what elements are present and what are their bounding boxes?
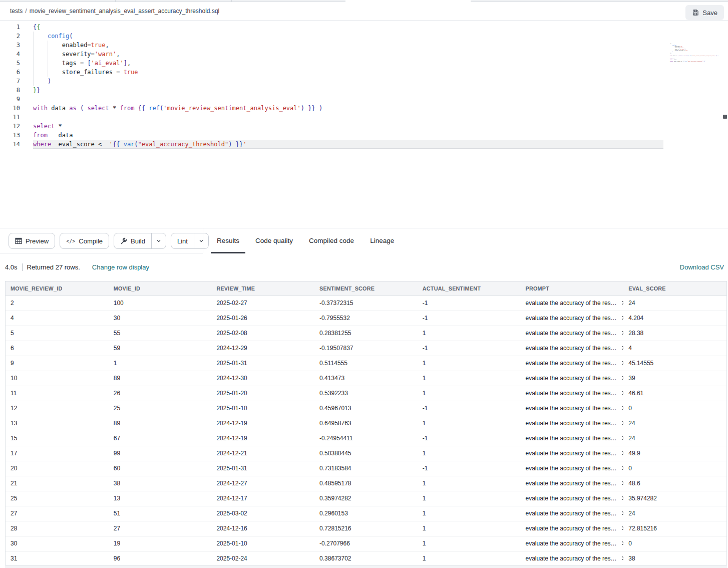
- results-horizontal-scrollbar[interactable]: [5, 565, 727, 568]
- preview-button[interactable]: Preview: [9, 233, 55, 249]
- table-row: 15672024-12-19-0.24954411-1evaluate the …: [6, 431, 726, 446]
- cell: 30: [6, 536, 109, 551]
- build-button[interactable]: Build: [114, 233, 166, 249]
- code-line[interactable]: 9: [0, 95, 663, 104]
- line-number: 12: [0, 122, 20, 131]
- cell: -1: [418, 401, 521, 416]
- compile-button-label: Compile: [79, 237, 103, 245]
- prompt-text: evaluate the accuracy of the res…: [526, 420, 617, 427]
- expand-cell-icon[interactable]: [620, 360, 624, 366]
- column-header: ACTUAL_SENTIMENT: [418, 281, 521, 296]
- prompt-cell: evaluate the accuracy of the res…: [521, 536, 624, 551]
- code-text: config(: [33, 32, 73, 41]
- expand-cell-icon[interactable]: [620, 555, 624, 561]
- code-line[interactable]: 7 ): [0, 77, 663, 86]
- cell: 2024-12-19: [211, 416, 314, 431]
- code-editor-lines[interactable]: 1{{2 config(3 enabled=true,4 severity='w…: [0, 23, 663, 149]
- cell: 45.14555: [623, 356, 726, 371]
- code-line[interactable]: 5 tags = ['ai_eval'],: [0, 59, 663, 68]
- bottom-panel-toolbar: Preview </> Compile Build Lint: [0, 228, 728, 253]
- table-row: 10892024-12-300.4134731evaluate the accu…: [6, 371, 726, 386]
- cell: 0.5114555: [314, 356, 418, 371]
- code-line[interactable]: with data as ( select * from {{ ref('mov…: [669, 55, 725, 57]
- prompt-text: evaluate the accuracy of the res…: [526, 480, 617, 487]
- code-line[interactable]: 1{{: [0, 23, 663, 32]
- line-number: 13: [0, 131, 20, 140]
- tab-results[interactable]: Results: [211, 228, 245, 253]
- prompt-cell: evaluate the accuracy of the res…: [521, 401, 624, 416]
- expand-cell-icon[interactable]: [620, 300, 624, 306]
- change-row-display-link[interactable]: Change row display: [92, 263, 149, 271]
- code-line[interactable]: 13from data: [0, 131, 663, 140]
- prompt-text: evaluate the accuracy of the res…: [526, 435, 617, 442]
- cell: 0.38673702: [314, 551, 418, 565]
- expand-cell-icon[interactable]: [620, 540, 624, 546]
- compile-button[interactable]: </> Compile: [60, 233, 109, 249]
- build-dropdown-toggle[interactable]: [151, 233, 166, 248]
- tab-lineage[interactable]: Lineage: [364, 228, 400, 253]
- expand-cell-icon[interactable]: [620, 495, 624, 501]
- expand-cell-icon[interactable]: [620, 510, 624, 516]
- code-line[interactable]: 8}}: [0, 86, 663, 95]
- cell: 4: [6, 311, 109, 326]
- prompt-text: evaluate the accuracy of the res…: [526, 510, 617, 517]
- tab-compiled-code[interactable]: Compiled code: [303, 228, 360, 253]
- table-row: 21382024-12-270.485951781evaluate the ac…: [6, 476, 726, 491]
- line-number: 5: [0, 59, 20, 68]
- code-line[interactable]: 3 enabled=true,: [0, 41, 663, 50]
- code-line[interactable]: 10with data as ( select * from {{ ref('m…: [0, 104, 663, 113]
- prompt-text: evaluate the accuracy of the res…: [526, 525, 617, 532]
- expand-cell-icon[interactable]: [620, 435, 624, 441]
- cell: 0: [623, 461, 726, 476]
- tab-code-quality[interactable]: Code quality: [249, 228, 299, 253]
- prompt-cell: evaluate the accuracy of the res…: [521, 551, 624, 565]
- table-row: 912025-01-310.51145551evaluate the accur…: [6, 356, 726, 371]
- code-line[interactable]: 14where eval_score <= '{{ var("eval_accu…: [0, 140, 663, 149]
- code-line[interactable]: 6 store_failures = true: [0, 68, 663, 77]
- code-text: ): [33, 77, 51, 86]
- expand-cell-icon[interactable]: [620, 315, 624, 321]
- code-line[interactable]: 12select *: [0, 122, 663, 131]
- expand-cell-icon[interactable]: [620, 450, 624, 456]
- cell: 0.28381255: [314, 326, 418, 341]
- editor-scrollbar-thumb[interactable]: [723, 115, 727, 119]
- expand-cell-icon[interactable]: [620, 525, 624, 531]
- code-line[interactable]: 11: [0, 113, 663, 122]
- cell: 26: [109, 386, 212, 401]
- expand-cell-icon[interactable]: [620, 330, 624, 336]
- download-csv-link[interactable]: Download CSV: [680, 253, 724, 281]
- cell: 13: [6, 416, 109, 431]
- expand-cell-icon[interactable]: [620, 405, 624, 411]
- cell: 5: [6, 326, 109, 341]
- cell: 2024-12-27: [211, 476, 314, 491]
- cell: 0.5392233: [314, 386, 418, 401]
- expand-cell-icon[interactable]: [620, 465, 624, 471]
- breadcrumb-file: movie_review_sentiment_analysis_eval_ass…: [30, 8, 220, 15]
- code-line[interactable]: 4 severity='warn',: [0, 50, 663, 59]
- prompt-cell: evaluate the accuracy of the res…: [521, 521, 624, 536]
- file-bar: tests/movie_review_sentiment_analysis_ev…: [0, 2, 728, 21]
- expand-cell-icon[interactable]: [620, 345, 624, 351]
- cell: 4.204: [623, 311, 726, 326]
- table-row: 31962025-02-240.386737021evaluate the ac…: [6, 551, 726, 565]
- breadcrumb-folder[interactable]: tests: [10, 8, 23, 15]
- line-number: 2: [0, 32, 20, 41]
- cell: 51: [109, 506, 212, 521]
- expand-cell-icon[interactable]: [620, 375, 624, 381]
- save-button[interactable]: Save: [685, 5, 724, 20]
- expand-cell-icon[interactable]: [620, 420, 624, 426]
- code-editor[interactable]: 1{{2 config(3 enabled=true,4 severity='w…: [0, 21, 728, 228]
- table-row: 27512025-03-020.29601531evaluate the acc…: [6, 506, 726, 521]
- code-text: enabled=true,: [33, 41, 109, 50]
- prompt-cell: evaluate the accuracy of the res…: [521, 461, 624, 476]
- table-row: 13892024-12-190.649587631evaluate the ac…: [6, 416, 726, 431]
- expand-cell-icon[interactable]: [620, 390, 624, 396]
- code-text: from data: [33, 131, 73, 140]
- expand-cell-icon[interactable]: [620, 480, 624, 486]
- code-line[interactable]: 2 config(: [0, 32, 663, 41]
- prompt-cell: evaluate the accuracy of the res…: [521, 341, 624, 356]
- line-number: 3: [0, 41, 20, 50]
- minimap[interactable]: {{ config( enabled=true, severity='warn'…: [669, 43, 725, 128]
- code-line[interactable]: where eval_score <= '{{ var("eval_accura…: [669, 61, 725, 62]
- cell: 2025-01-26: [211, 311, 314, 326]
